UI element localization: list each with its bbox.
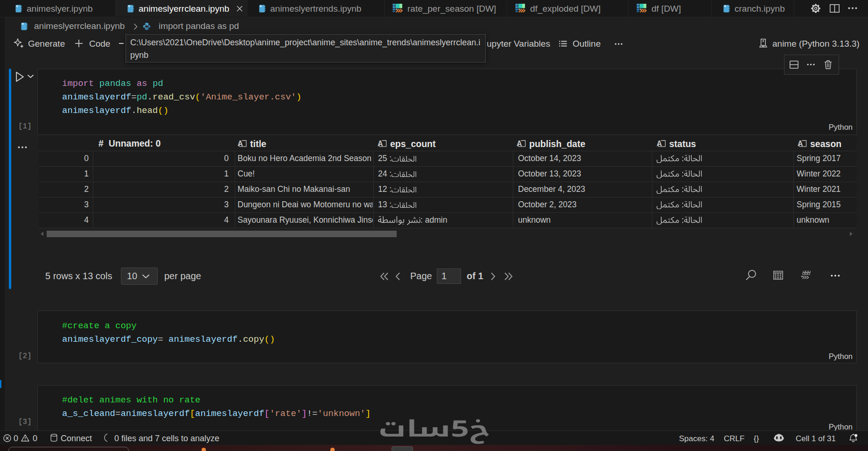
svg-text:A: A xyxy=(798,140,803,148)
svg-text:A: A xyxy=(378,140,383,148)
svg-text:A: A xyxy=(657,140,662,148)
svg-text:A: A xyxy=(238,140,243,148)
svg-text:A: A xyxy=(517,140,522,148)
